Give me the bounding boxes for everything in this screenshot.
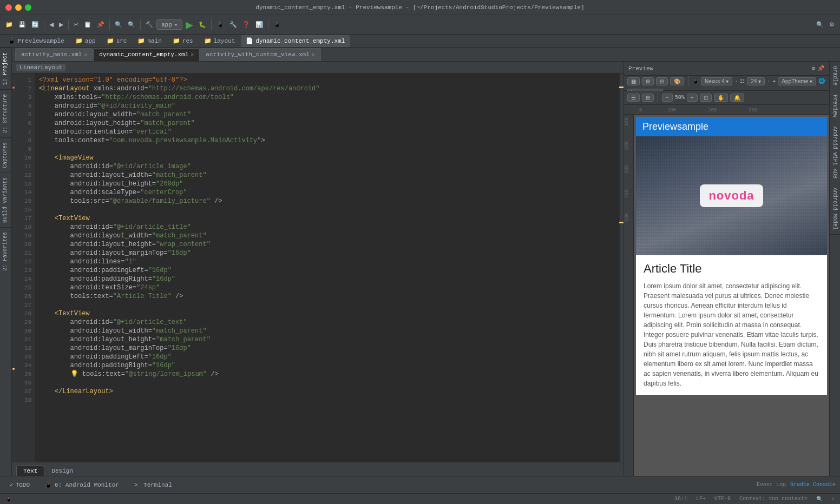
paste-button[interactable]: 📌 <box>95 18 107 32</box>
pin-icon[interactable]: 📌 <box>817 65 825 72</box>
line-num: 24 <box>15 275 31 283</box>
grid-button-2[interactable]: ⊞ <box>642 77 654 85</box>
sync-button[interactable]: 🔄 <box>29 18 41 32</box>
scroll-indicator[interactable] <box>619 74 624 462</box>
fit-button[interactable]: ⊡ <box>700 94 712 102</box>
editor-mode-tabs: Text Design <box>12 462 624 476</box>
preview-sidebar[interactable]: Preview <box>830 90 840 122</box>
phone-preview[interactable]: Previewsample novoda A <box>634 115 829 476</box>
project-tab-src[interactable]: 📁 src <box>102 35 132 47</box>
line-num: 21 <box>15 249 31 257</box>
file-tab-dynamic-content[interactable]: dynamic_content_empty.xml ✕ <box>93 48 200 61</box>
cut-button[interactable]: ✂ <box>71 18 81 32</box>
dot-separator: · <box>734 78 738 84</box>
profiler-button[interactable]: 📊 <box>253 18 265 32</box>
android-monitor-tab[interactable]: 📱 6: Android Monitor <box>40 480 124 489</box>
save-button[interactable]: 💾 <box>16 18 28 32</box>
code-content[interactable]: <?xml version="1.0" encoding="utf-8"?> <… <box>35 74 619 462</box>
project-tab-previewsample[interactable]: 📱 Previewsample <box>3 35 69 47</box>
line-num: 15 <box>15 197 31 205</box>
sidebar-item-captures[interactable]: Captures <box>0 137 11 173</box>
text-tab[interactable]: Text <box>16 466 44 476</box>
line-num: 28 <box>15 309 31 318</box>
code-line-25: android:textSize="24sp" <box>39 283 615 292</box>
design-tab[interactable]: Design <box>44 466 80 476</box>
theme-selector[interactable]: AppTheme ▾ <box>778 77 816 85</box>
forward-button[interactable]: ▶ <box>57 18 65 32</box>
breadcrumb-item: LinearLayout <box>16 64 65 71</box>
build-button[interactable]: 🔨 <box>143 18 155 32</box>
debug-button[interactable]: 🐛 <box>196 18 208 32</box>
back-button[interactable]: ◀ <box>47 18 56 32</box>
wifi-adb-sidebar[interactable]: Android WiFi ADB <box>830 122 840 183</box>
file-tab-bar: activity_main.xml ✕ dynamic_content_empt… <box>12 48 840 62</box>
sdk-button[interactable]: 🔧 <box>227 18 239 32</box>
close-activity-custom[interactable]: ✕ <box>312 51 315 58</box>
settings-icon[interactable]: ⚙ <box>811 65 815 72</box>
zoom-out-button[interactable]: − <box>662 94 673 102</box>
api-selector[interactable]: 24 ▾ <box>747 77 765 85</box>
close-dynamic-content[interactable]: ✕ <box>191 51 194 58</box>
settings-button[interactable]: ⚙ <box>827 18 837 32</box>
grid-button-1[interactable]: ▦ <box>627 77 640 85</box>
file-icon: 📄 <box>246 37 253 44</box>
project-tab-app[interactable]: 📁 app <box>70 35 101 47</box>
help-button[interactable]: ❓ <box>240 18 252 32</box>
bell-button[interactable]: 🔔 <box>730 94 744 102</box>
app-dropdown[interactable]: app ▾ <box>156 19 182 30</box>
project-tab-layout[interactable]: 📁 layout <box>199 35 240 47</box>
code-line-33: android:paddingLeft="16dp" <box>39 353 615 361</box>
phone-app-title: Previewsample <box>642 121 708 132</box>
sidebar-item-project[interactable]: 1: Project <box>0 48 11 89</box>
replace-button[interactable]: 🔍 <box>126 18 137 32</box>
android-model-sidebar[interactable]: Android Model <box>830 183 840 235</box>
pan-button[interactable]: ✋ <box>714 94 728 102</box>
maximize-button[interactable] <box>25 4 31 11</box>
separator-2 <box>68 19 69 30</box>
phone-image-view: novoda <box>636 136 827 255</box>
file-tab-activity-main[interactable]: activity_main.xml ✕ <box>15 48 93 61</box>
search-button[interactable]: 🔍 <box>113 18 124 32</box>
close-activity-main[interactable]: ✕ <box>84 51 87 58</box>
grid-button-3[interactable]: ⊟ <box>656 77 668 85</box>
event-log-link[interactable]: Event Log <box>757 482 786 488</box>
zoom-in-button[interactable]: + <box>687 94 698 102</box>
run-button[interactable]: ▶ <box>183 18 195 32</box>
project-tab-file[interactable]: 📄 dynamic_content_empty.xml <box>241 35 350 47</box>
search-all-button[interactable]: 🔍 <box>814 18 826 32</box>
ruler-vertical: 100 200 300 400 500 <box>624 115 634 476</box>
theme-button[interactable]: 🎨 <box>670 77 684 85</box>
minimize-button[interactable] <box>15 4 22 11</box>
code-line-16 <box>39 205 615 214</box>
ruler-0: 0 <box>639 108 642 113</box>
palette-button[interactable]: ☰ <box>627 94 640 102</box>
view-button[interactable]: ⊞ <box>642 94 654 102</box>
inspect-icon: 🔍 <box>816 496 823 502</box>
ruler-100: 100 <box>667 108 676 113</box>
open-file-button[interactable]: 📁 <box>3 18 15 32</box>
dropdown-arrow: ▾ <box>174 21 178 28</box>
terminal-tab[interactable]: >_ Terminal <box>129 481 178 489</box>
sidebar-item-favorites[interactable]: 2: Favorites <box>0 227 11 275</box>
editor-row: LinearLayout 1 2 3 <box>12 62 840 476</box>
avd-button[interactable]: 📱 <box>214 18 226 32</box>
sidebar-item-build-variants[interactable]: Build Variants <box>0 173 11 227</box>
api-icon: ☷ <box>740 78 745 84</box>
gradle-console-link[interactable]: Gradle Console <box>790 482 836 488</box>
error-scroll-marker <box>619 87 624 88</box>
code-line-27 <box>39 301 615 309</box>
project-tab-main[interactable]: 📁 main <box>133 35 166 47</box>
copy-button[interactable]: 📋 <box>82 18 94 32</box>
todo-tab[interactable]: ✓ TODO <box>4 480 35 489</box>
activity-custom-label: activity_with_custom_view.xml <box>206 51 309 58</box>
sidebar-item-structure[interactable]: 2: Structure <box>0 89 11 137</box>
device-button[interactable]: 📱 <box>271 18 283 32</box>
res-tab-label: res <box>182 38 193 44</box>
app-window: dynamic_content_empty.xml - Previewsampl… <box>0 0 840 504</box>
file-tab-activity-custom[interactable]: activity_with_custom_view.xml ✕ <box>200 48 320 61</box>
device-selector[interactable]: Nexus 4 ▾ <box>701 77 732 85</box>
project-tab-res[interactable]: 📁 res <box>168 35 198 47</box>
gradle-sidebar[interactable]: Gradle <box>830 62 840 90</box>
code-line-34: android:paddingRight="16dp" <box>39 361 615 370</box>
close-button[interactable] <box>5 4 12 11</box>
